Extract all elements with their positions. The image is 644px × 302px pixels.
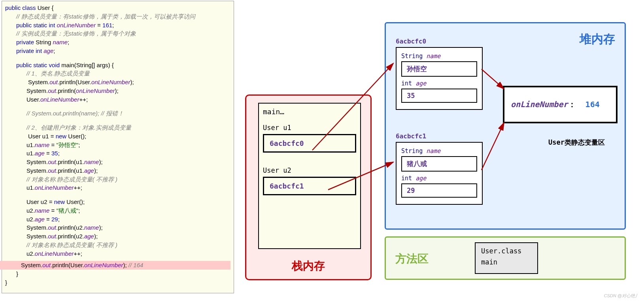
code-comment: // System.out.println(name); // 报错！: [5, 109, 230, 118]
highlighted-line: System.out.println(User.onLineNumber); /…: [0, 261, 230, 270]
code-line: System.out.println(User.onLineNumber);: [5, 78, 230, 87]
field-label: String name: [401, 53, 477, 60]
code-line: User u1 = new User();: [5, 132, 230, 141]
code-line: u2.age = 29;: [5, 215, 230, 224]
method-main-label: main: [481, 258, 532, 266]
code-line: User.onLineNumber++;: [5, 95, 230, 104]
code-line: u1.age = 35;: [5, 149, 230, 158]
object1-age-value: 35: [401, 89, 477, 103]
heap-memory-area: 堆内存 6acbcfc0 String name 孙悟空 int age 35 …: [385, 22, 626, 230]
code-comment: // 对象名称.静态成员变量( 不推荐 ): [5, 175, 230, 184]
code-line: public static void main(String[] args) {: [5, 61, 230, 70]
var-u2-label: User u2: [263, 166, 356, 174]
object2-name-value: 猪八戒: [401, 156, 477, 172]
code-line: u2.name = "猪八戒";: [5, 206, 230, 215]
code-line: u1.name = "孙悟空";: [5, 141, 230, 149]
heap-area-title: 堆内存: [580, 31, 615, 47]
code-line: u1.onLineNumber++;: [5, 183, 230, 192]
object2-age-value: 29: [401, 183, 477, 198]
code-line: System.out.println(u2.name);: [5, 223, 230, 232]
heap-object-2: String name 猪八戒 int age 29: [396, 142, 483, 205]
var-u1-label: User u1: [263, 124, 356, 132]
object1-name-value: 孙悟空: [401, 61, 477, 77]
stack-area-title: 栈内存: [246, 259, 370, 274]
method-area-title: 方法区: [395, 251, 429, 266]
var-u2-value: 6acbcfc1: [263, 177, 356, 195]
code-line: }: [5, 278, 230, 287]
code-comment: // 对象名称.静态成员变量( 不推荐 ): [5, 241, 230, 249]
field-label: int age: [401, 80, 477, 87]
code-line: public class User {: [5, 4, 230, 12]
code-line: private int age;: [5, 47, 230, 55]
static-area-label: User类静态变量区: [548, 138, 605, 147]
field-label: int age: [401, 175, 477, 182]
code-line: System.out.println(u2.age);: [5, 232, 230, 241]
code-line: System.out.println(onLineNumber);: [5, 87, 230, 95]
heap-object-1: String name 孙悟空 int age 35: [396, 47, 483, 110]
object1-address: 6acbcfc0: [396, 38, 426, 45]
method-area: 方法区 User.class main: [385, 236, 626, 280]
stack-frame-main: main… User u1 6acbcfc0 User u2 6acbcfc1: [258, 103, 361, 249]
field-label: String name: [401, 147, 477, 155]
watermark: CSDN @对心绝丿: [604, 293, 639, 299]
code-line: System.out.println(u1.name);: [5, 158, 230, 166]
code-panel: public class User { // 静态成员变量：有static修饰，…: [2, 1, 234, 293]
code-line: User u2 = new User();: [5, 198, 230, 206]
stack-frame-title: main…: [263, 108, 356, 116]
code-line: private String name;: [5, 38, 230, 47]
object2-address: 6acbcfc1: [396, 132, 426, 140]
code-comment: // 静态成员变量：有static修饰，属于类，加载一次，可以被共享访问: [5, 12, 230, 21]
code-comment: // 1、类名.静态成员变量: [5, 69, 230, 78]
code-comment: // 实例成员变量：无static修饰，属于每个对象: [5, 29, 230, 38]
static-variable-box: onLineNumber： 164: [503, 86, 618, 123]
class-box: User.class main: [475, 242, 538, 274]
class-name: User.class: [481, 247, 532, 255]
stack-memory-area: main… User u1 6acbcfc0 User u2 6acbcfc1 …: [245, 94, 372, 280]
code-line: System.out.println(u1.age);: [5, 166, 230, 175]
code-line: public static int onLineNumber = 161;: [5, 21, 230, 30]
code-line: }: [5, 270, 230, 278]
code-comment: // 2、创建用户对象：对象.实例成员变量: [5, 123, 230, 132]
code-line: u2.onLineNumber++;: [5, 249, 230, 258]
var-u1-value: 6acbcfc0: [263, 134, 356, 153]
